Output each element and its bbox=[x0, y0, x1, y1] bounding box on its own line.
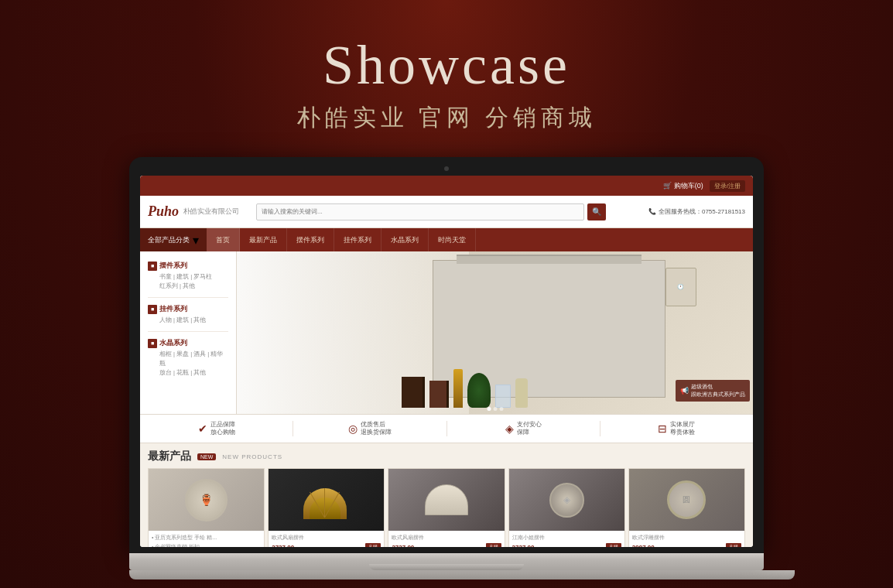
sidebar-category-hanging: ■ 挂件系列 人物 | 建筑 | 其他 bbox=[140, 301, 236, 328]
product-price-row-3: 2727.00 凡購 bbox=[392, 543, 501, 547]
add-to-cart-4[interactable]: 凡購 bbox=[606, 543, 621, 547]
logo-cn: 朴皓实业有限公司 bbox=[183, 207, 239, 217]
nav-item-crystal[interactable]: 水晶系列 bbox=[381, 228, 429, 251]
plant-decoration bbox=[467, 373, 491, 408]
nav-items: 首页 最新产品 摆件系列 挂件系列 水晶系列 时尚天堂 bbox=[207, 228, 476, 251]
add-to-cart-3[interactable]: 凡購 bbox=[486, 543, 501, 547]
product-image-3 bbox=[388, 469, 504, 531]
sidebar-cat-links-figurine: 书童 | 建筑 | 罗马柱红系列 | 其他 bbox=[148, 272, 228, 291]
nav-item-figurine[interactable]: 摆件系列 bbox=[287, 228, 334, 251]
product-price-5: 2997.00 bbox=[632, 544, 655, 547]
bottle-decoration bbox=[453, 369, 463, 408]
dropdown-arrow-icon: ▾ bbox=[193, 233, 199, 248]
product-desc-5: 欧式浮雕摆件 bbox=[632, 534, 741, 542]
banner-overlay-card: 📢 超级酒包跟欧洲古典式系列产品 bbox=[676, 380, 750, 402]
search-input[interactable] bbox=[256, 203, 584, 220]
trust-text-authentic: 正品保障放心购物 bbox=[210, 421, 235, 436]
book-decoration-2 bbox=[429, 381, 449, 408]
add-to-cart-2[interactable]: 凡購 bbox=[365, 543, 381, 547]
products-title-cn: 最新产品 bbox=[148, 450, 191, 463]
products-title-en: NEW PRODUCTS bbox=[222, 453, 282, 460]
trust-checkmark-icon: ✔ bbox=[198, 422, 207, 435]
nav-category-dropdown[interactable]: 全部产品分类 ▾ bbox=[140, 228, 207, 251]
sidebar-category-crystal: ■ 水晶系列 相框 | 果盘 | 酒具 | 精华瓶放台 | 花瓶 | 其他 bbox=[140, 335, 236, 381]
clock-item: 🕐 bbox=[665, 268, 696, 306]
product-info-1: • 亚历克系列造型 手绘 精... • 全省网络直销 折扣... • 与利可网络… bbox=[149, 531, 264, 547]
trust-text-showroom: 实体展厅尊贵体验 bbox=[670, 421, 695, 436]
laptop-camera bbox=[444, 166, 449, 171]
cart-icon: 🛒 bbox=[663, 182, 672, 190]
site-main-content: ■ 摆件系列 书童 | 建筑 | 罗马柱红系列 | 其他 ■ 挂件系列 人物 | bbox=[140, 251, 753, 414]
banner-right-items: 🕐 bbox=[650, 268, 712, 374]
login-button[interactable]: 登录/注册 bbox=[710, 180, 745, 192]
book-decoration bbox=[402, 377, 425, 408]
product-image-1: 🏺 bbox=[149, 469, 264, 531]
sidebar-cat-icon-figurine: ■ bbox=[148, 262, 157, 271]
sidebar-divider-2 bbox=[148, 331, 228, 332]
sidebar-category-figurine: ■ 摆件系列 书童 | 建筑 | 罗马柱红系列 | 其他 bbox=[140, 258, 236, 294]
products-section: 最新产品 NEW NEW PRODUCTS 🏺 • 亚历克系列造型 手绘 精..… bbox=[140, 443, 753, 547]
vase-decoration bbox=[515, 378, 528, 408]
product-price-row-2: 2727.00 凡購 bbox=[272, 543, 381, 547]
laptop-screen: 🛒 购物车(0) 登录/注册 Puho 朴皓实业有限公司 🔍 bbox=[140, 176, 753, 547]
products-new-badge: NEW bbox=[197, 453, 216, 460]
products-grid: 🏺 • 亚历克系列造型 手绘 精... • 全省网络直销 折扣... • 与利可… bbox=[148, 468, 745, 547]
sidebar-cat-icon-crystal: ■ bbox=[148, 339, 157, 348]
laptop-frame: 🛒 购物车(0) 登录/注册 Puho 朴皓实业有限公司 🔍 bbox=[129, 157, 764, 579]
product-card-4: ◈ 江南小姐摆件 2727.00 凡購 bbox=[508, 468, 625, 547]
trust-service-icon: ◎ bbox=[348, 422, 358, 435]
search-button[interactable]: 🔍 bbox=[587, 203, 606, 220]
product-price-2: 2727.00 bbox=[272, 544, 294, 547]
banner-dot-3[interactable] bbox=[499, 407, 503, 411]
product-image-2 bbox=[269, 469, 384, 531]
banner-shelf-items bbox=[402, 369, 660, 408]
product-price-row-5: 2997.00 凡購 bbox=[632, 543, 741, 547]
nav-category-text: 全部产品分类 bbox=[148, 235, 190, 245]
product-card-2: 欧式风扇摆件 2727.00 凡購 bbox=[268, 468, 385, 547]
banner-overlay-text: 超级酒包跟欧洲古典式系列产品 bbox=[691, 383, 745, 398]
product-image-4: ◈ bbox=[509, 469, 624, 531]
product-desc-1b: • 全省网络直销 折扣... bbox=[152, 543, 261, 547]
product-desc-2: 欧式风扇摆件 bbox=[272, 534, 381, 542]
product-price-3: 2727.00 bbox=[392, 544, 414, 547]
trust-badge-authentic: ✔ 正品保障放心购物 bbox=[140, 421, 293, 436]
nav-item-fashion[interactable]: 时尚天堂 bbox=[429, 228, 476, 251]
add-to-cart-5[interactable]: 凡購 bbox=[726, 543, 741, 547]
product-card-5: 圆 欧式浮雕摆件 2997.00 凡購 bbox=[628, 468, 745, 547]
site-banner: 🕐 📢 超级酒包跟欧洲古典式系列产品 bbox=[237, 251, 753, 414]
crystal-decoration bbox=[495, 385, 511, 408]
search-area: 🔍 bbox=[248, 203, 614, 220]
banner-dot-2[interactable] bbox=[493, 407, 497, 411]
nav-item-new[interactable]: 最新产品 bbox=[240, 228, 287, 251]
sidebar-cat-title-crystal: ■ 水晶系列 bbox=[148, 338, 228, 348]
product-desc-4: 江南小姐摆件 bbox=[512, 534, 621, 542]
sidebar-cat-icon-hanging: ■ bbox=[148, 305, 157, 314]
banner-image: 🕐 📢 超级酒包跟欧洲古典式系列产品 bbox=[237, 251, 753, 414]
phone-number: 全国服务热线：0755-27181513 bbox=[659, 207, 745, 216]
trust-badge-payment: ◈ 支付安心保障 bbox=[447, 421, 600, 436]
trust-badges-bar: ✔ 正品保障放心购物 ◎ 优质售后退换货保障 ◈ 支付安心保障 ⊟ 实体展厅尊贵… bbox=[140, 414, 753, 443]
sidebar-cat-links-crystal: 相框 | 果盘 | 酒具 | 精华瓶放台 | 花瓶 | 其他 bbox=[148, 350, 228, 378]
phone-area: 📞 全国服务热线：0755-27181513 bbox=[614, 207, 745, 216]
laptop-stand bbox=[129, 570, 795, 579]
trust-payment-icon: ◈ bbox=[505, 422, 514, 435]
laptop-base bbox=[129, 553, 764, 570]
logo-script: Puho bbox=[148, 203, 179, 220]
product-info-4: 江南小姐摆件 2727.00 凡購 bbox=[509, 531, 624, 547]
product-image-5: 圆 bbox=[629, 469, 744, 531]
site-navigation: 全部产品分类 ▾ 首页 最新产品 摆件系列 挂件系列 水晶系列 时尚天堂 bbox=[140, 228, 753, 251]
nav-item-hanging[interactable]: 挂件系列 bbox=[334, 228, 381, 251]
banner-dot-1[interactable] bbox=[487, 407, 491, 411]
sidebar-cat-title-figurine: ■ 摆件系列 bbox=[148, 261, 228, 271]
product-info-2: 欧式风扇摆件 2727.00 凡購 bbox=[269, 531, 384, 547]
cart-text: 购物车(0) bbox=[674, 181, 703, 191]
phone-icon: 📞 bbox=[648, 208, 656, 215]
cart-info: 🛒 购物车(0) bbox=[663, 181, 703, 191]
product-price-row-4: 2727.00 凡購 bbox=[512, 543, 621, 547]
trust-text-service: 优质售后退换货保障 bbox=[361, 421, 392, 436]
product-info-5: 欧式浮雕摆件 2997.00 凡購 bbox=[629, 531, 744, 547]
product-info-3: 欧式风扇摆件 2727.00 凡購 bbox=[388, 531, 504, 547]
product-desc-3: 欧式风扇摆件 bbox=[392, 534, 501, 542]
nav-item-home[interactable]: 首页 bbox=[207, 228, 240, 251]
trust-badge-showroom: ⊟ 实体展厅尊贵体验 bbox=[600, 421, 753, 436]
